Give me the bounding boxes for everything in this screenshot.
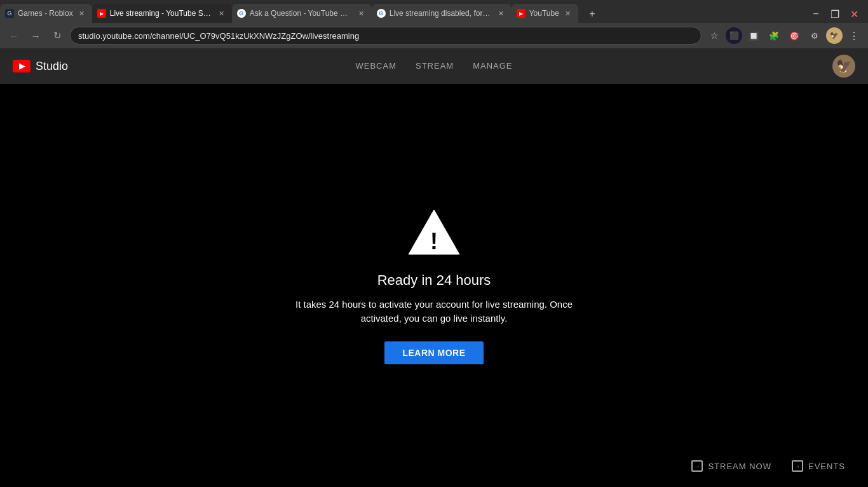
events-button[interactable]: → EVENTS xyxy=(782,455,855,477)
tab-title-youtube: YouTube xyxy=(529,9,559,18)
nav-stream[interactable]: STREAM xyxy=(416,58,454,74)
toolbar-icons: ☆ ⬛ 🔲 🧩 🎯 ⚙ 🦅 ⋮ xyxy=(705,27,863,45)
address-bar-row: ← → ↻ ☆ ⬛ 🔲 🧩 🎯 ⚙ 🦅 ⋮ xyxy=(0,23,868,48)
stream-now-label: STREAM NOW xyxy=(708,462,771,471)
tab-title-roblox: Games - Roblox xyxy=(18,9,73,18)
extension-icon-2[interactable]: 🔲 xyxy=(745,27,763,45)
warning-icon-container: ! xyxy=(406,207,462,257)
yt-user-avatar-image: 🦅 xyxy=(836,58,852,74)
tab-bar-actions: + xyxy=(578,5,606,23)
stream-now-icon: → xyxy=(691,460,703,472)
tab-close-roblox[interactable]: ✕ xyxy=(77,8,87,18)
tab-roblox[interactable]: G Games - Roblox ✕ xyxy=(0,4,92,23)
tab-title-livestreaming-disabled: Live streaming disabled, for ho xyxy=(390,9,492,18)
tab-close-ask-question[interactable]: ✕ xyxy=(356,8,367,18)
ready-description: It takes 24 hours to activate your accou… xyxy=(288,298,580,326)
tab-favicon-google-1: G xyxy=(237,9,246,18)
yt-studio-label: Studio xyxy=(36,60,68,73)
extension-icon-3[interactable]: 🧩 xyxy=(765,27,783,45)
events-icon: → xyxy=(792,460,803,472)
extension-icon-5[interactable]: ⚙ xyxy=(806,27,824,45)
yt-studio-header: ▶ Studio WEBCAM STREAM MANAGE 🦅 xyxy=(0,48,868,84)
warning-triangle-icon: ! xyxy=(406,207,462,257)
tab-bar: G Games - Roblox ✕ ▶ Live streaming - Yo… xyxy=(0,0,868,23)
tab-favicon-yt-5: ▶ xyxy=(517,9,526,18)
back-button[interactable]: ← xyxy=(5,27,23,45)
address-input[interactable] xyxy=(70,27,702,45)
extension-icon-4[interactable]: 🎯 xyxy=(785,27,803,45)
main-content: ! Ready in 24 hours It takes 24 hours to… xyxy=(0,84,868,487)
yt-header-right: 🦅 xyxy=(832,55,855,78)
learn-more-button[interactable]: LEARN MORE xyxy=(384,341,483,364)
tab-close-livestreaming-disabled[interactable]: ✕ xyxy=(496,8,506,18)
chrome-menu-button[interactable]: ⋮ xyxy=(845,27,863,45)
ready-heading: Ready in 24 hours xyxy=(377,272,491,289)
forward-button[interactable]: → xyxy=(27,27,44,45)
bottom-bar: → STREAM NOW → EVENTS xyxy=(668,445,868,487)
new-tab-button[interactable]: + xyxy=(583,5,601,23)
maximize-button[interactable]: ❐ xyxy=(826,5,844,23)
chrome-profile-avatar[interactable]: 🦅 xyxy=(826,27,843,44)
tab-title-livestreaming: Live streaming - YouTube Stud xyxy=(110,9,213,18)
tab-livestreaming-disabled[interactable]: G Live streaming disabled, for ho ✕ xyxy=(372,4,512,23)
yt-nav: WEBCAM STREAM MANAGE xyxy=(355,58,512,74)
svg-text:!: ! xyxy=(430,228,438,254)
yt-user-avatar[interactable]: 🦅 xyxy=(832,55,855,78)
yt-logo-icon: ▶ xyxy=(13,60,31,72)
tab-favicon-roblox: G xyxy=(5,9,14,18)
yt-play-icon: ▶ xyxy=(19,62,25,71)
tab-youtube[interactable]: ▶ YouTube ✕ xyxy=(512,4,578,23)
yt-studio-logo[interactable]: ▶ Studio xyxy=(13,60,68,73)
tab-title-ask-question: Ask a Question - YouTube Con xyxy=(250,9,353,18)
tab-favicon-google-2: G xyxy=(377,9,386,18)
nav-manage[interactable]: MANAGE xyxy=(473,58,512,74)
nav-webcam[interactable]: WEBCAM xyxy=(355,58,397,74)
close-window-button[interactable]: ✕ xyxy=(845,5,863,23)
tab-close-livestreaming[interactable]: ✕ xyxy=(217,8,227,18)
stream-now-button[interactable]: → STREAM NOW xyxy=(681,455,782,477)
tab-livestreaming[interactable]: ▶ Live streaming - YouTube Stud ✕ xyxy=(92,4,232,23)
bookmark-star-button[interactable]: ☆ xyxy=(705,27,723,45)
tab-ask-question[interactable]: G Ask a Question - YouTube Con ✕ xyxy=(232,4,372,23)
minimize-button[interactable]: − xyxy=(807,5,825,23)
reload-button[interactable]: ↻ xyxy=(48,27,66,45)
tab-close-youtube[interactable]: ✕ xyxy=(563,8,573,18)
events-label: EVENTS xyxy=(808,462,845,471)
tab-favicon-yt-active: ▶ xyxy=(97,9,106,18)
extension-icon-1[interactable]: ⬛ xyxy=(726,27,742,44)
browser-frame: G Games - Roblox ✕ ▶ Live streaming - Yo… xyxy=(0,0,868,48)
